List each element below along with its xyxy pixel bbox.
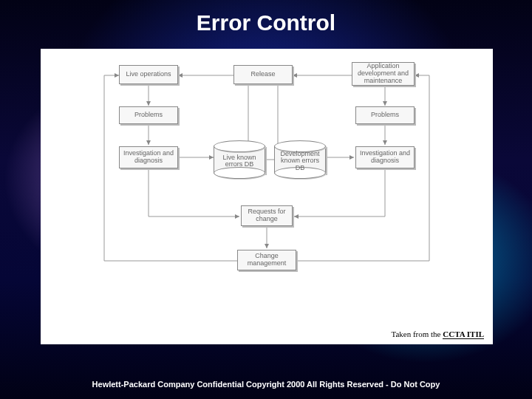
box-change-mgmt: Change management: [237, 250, 296, 270]
page-title: Error Control: [197, 10, 335, 35]
cylinder-dev-db-label: Development known errors DB: [274, 148, 326, 174]
box-release: Release: [233, 65, 293, 84]
footer-text: Hewlett-Packard Company Confidential Cop…: [0, 380, 532, 389]
box-rfc: Requests for change: [241, 205, 293, 226]
cylinder-live-db-label: Live known errors DB: [214, 148, 265, 174]
diagram-panel: Live operations Release Application deve…: [41, 49, 493, 344]
slide: Error Control: [0, 0, 532, 399]
box-problems-left: Problems: [119, 106, 178, 124]
box-invdiag-left: Investigation and diagnosis: [119, 146, 178, 168]
box-problems-right: Problems: [355, 106, 415, 124]
box-app-dev: Application development and maintenance: [352, 62, 415, 86]
credit-line: Taken from the CCTA ITIL: [391, 330, 484, 338]
credit-prefix: Taken from the: [391, 330, 443, 338]
flow-diagram: Live operations Release Application deve…: [89, 58, 444, 301]
credit-bold: CCTA ITIL: [443, 330, 484, 339]
cylinder-live-db: Live known errors DB: [214, 140, 265, 179]
cylinder-dev-db: Development known errors DB: [274, 140, 326, 179]
box-live-operations: Live operations: [119, 65, 178, 84]
box-invdiag-right: Investigation and diagnosis: [355, 146, 415, 168]
